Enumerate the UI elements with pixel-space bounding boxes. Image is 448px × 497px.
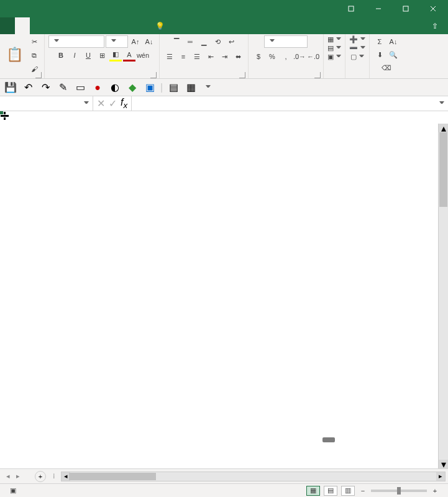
name-box[interactable]: [0, 96, 93, 111]
copy-button[interactable]: ⧉: [28, 49, 40, 62]
page-layout-view-button[interactable]: ▤: [324, 486, 337, 496]
scroll-down-button[interactable]: ▾: [439, 460, 448, 468]
increase-font-button[interactable]: A↑: [129, 35, 142, 48]
phonetic-button[interactable]: wén: [137, 49, 149, 62]
tab-scroll-split[interactable]: ⁞: [50, 472, 58, 481]
align-bottom-button[interactable]: ▁: [198, 35, 210, 48]
tab-pagelayout[interactable]: [75, 17, 89, 34]
align-right-button[interactable]: ☰: [191, 50, 203, 63]
scroll-up-button[interactable]: ▴: [439, 124, 448, 132]
qat-btn-7[interactable]: ▤: [167, 81, 180, 94]
close-button[interactable]: [421, 0, 446, 17]
align-top-button[interactable]: ▔: [170, 35, 183, 48]
cut-button[interactable]: ✂: [28, 35, 40, 48]
zoom-in-button[interactable]: +: [431, 486, 439, 495]
merge-button[interactable]: ⬌: [232, 50, 244, 63]
border-button[interactable]: ⊞: [96, 49, 108, 62]
formula-input[interactable]: [132, 96, 436, 111]
first-sheet-button[interactable]: ◂: [4, 472, 12, 481]
align-dialog-launcher[interactable]: [239, 72, 245, 78]
zoom-out-button[interactable]: −: [359, 486, 367, 495]
zoom-thumb[interactable]: [397, 487, 401, 495]
undo-button[interactable]: ↶: [21, 81, 35, 94]
paste-button[interactable]: 📋: [4, 45, 25, 65]
qat-btn-2[interactable]: ▭: [73, 81, 87, 94]
find-select-button[interactable]: 🔍: [387, 48, 400, 61]
underline-button[interactable]: U: [82, 49, 94, 62]
increase-decimal-button[interactable]: .0→: [293, 50, 306, 63]
fill-button[interactable]: ⬇: [373, 48, 386, 61]
comma-button[interactable]: ,: [280, 50, 292, 63]
tab-view[interactable]: [104, 17, 119, 34]
scroll-right-button[interactable]: ▸: [436, 472, 445, 481]
minimize-button[interactable]: [366, 0, 391, 17]
qat-customize[interactable]: [201, 81, 215, 94]
tab-insert[interactable]: [30, 17, 45, 34]
font-name-select[interactable]: [48, 35, 104, 48]
normal-view-button[interactable]: ▦: [306, 486, 320, 496]
tab-help[interactable]: [134, 17, 149, 34]
fill-handle[interactable]: [0, 111, 4, 115]
horizontal-scrollbar[interactable]: ◂ ▸: [61, 472, 446, 481]
insert-cells-button[interactable]: ➕: [349, 35, 365, 43]
ribbon-options-icon[interactable]: [339, 0, 363, 17]
tab-home[interactable]: [15, 17, 30, 34]
conditional-format-button[interactable]: ▦: [327, 35, 341, 43]
font-dialog-launcher[interactable]: [150, 72, 157, 78]
align-left-button[interactable]: ☰: [163, 50, 176, 63]
fill-color-button[interactable]: ◧: [109, 49, 122, 62]
tab-review[interactable]: [89, 17, 104, 34]
fx-button[interactable]: fx: [121, 97, 127, 110]
hscroll-thumb[interactable]: [69, 473, 156, 480]
font-color-button[interactable]: A: [123, 49, 135, 62]
tab-developer[interactable]: [119, 17, 134, 34]
align-middle-button[interactable]: ═: [184, 35, 196, 48]
page-break-view-button[interactable]: ▥: [341, 486, 355, 496]
percent-button[interactable]: %: [266, 50, 278, 63]
tab-file[interactable]: [0, 17, 15, 34]
decrease-indent-button[interactable]: ⇤: [204, 50, 217, 63]
decrease-decimal-button[interactable]: ←.0: [307, 50, 319, 63]
spreadsheet-grid[interactable]: ▴ ▾: [0, 111, 448, 468]
qat-btn-1[interactable]: ✎: [56, 81, 70, 94]
wrap-text-button[interactable]: ↩: [225, 35, 237, 48]
new-sheet-button[interactable]: +: [35, 471, 46, 482]
delete-cells-button[interactable]: ➖: [349, 44, 365, 52]
tab-formulas[interactable]: [45, 17, 60, 34]
tell-me[interactable]: 💡: [149, 17, 173, 34]
expand-formula-bar[interactable]: [436, 96, 448, 111]
autosum-button[interactable]: Σ: [373, 35, 386, 48]
align-center-button[interactable]: ≡: [177, 50, 190, 63]
font-size-select[interactable]: [106, 35, 128, 48]
clipboard-dialog-launcher[interactable]: [35, 72, 42, 78]
qat-btn-4[interactable]: ◐: [108, 81, 122, 94]
accounting-button[interactable]: $: [252, 50, 265, 63]
qat-btn-6[interactable]: ▣: [143, 81, 157, 94]
macro-record-icon[interactable]: ▣: [10, 486, 16, 495]
qat-btn-8[interactable]: ▦: [184, 81, 198, 94]
save-button[interactable]: 💾: [4, 81, 17, 94]
zoom-slider[interactable]: [371, 490, 427, 492]
number-dialog-launcher[interactable]: [314, 72, 321, 78]
maximize-button[interactable]: [393, 0, 418, 17]
format-table-button[interactable]: ▤: [327, 44, 341, 52]
vertical-scrollbar[interactable]: ▴ ▾: [438, 124, 448, 468]
redo-button[interactable]: ↷: [39, 81, 52, 94]
bold-button[interactable]: B: [55, 49, 67, 62]
vscroll-thumb[interactable]: [439, 132, 447, 207]
increase-indent-button[interactable]: ⇥: [218, 50, 231, 63]
enter-formula-button[interactable]: ✓: [109, 98, 117, 109]
cell-styles-button[interactable]: ▣: [327, 53, 341, 61]
qat-btn-5[interactable]: ◆: [126, 81, 139, 94]
qat-btn-3[interactable]: ●: [91, 81, 104, 94]
orientation-button[interactable]: ⟲: [211, 35, 224, 48]
next-sheet-button[interactable]: ▸: [14, 472, 22, 481]
sort-filter-button[interactable]: A↓: [387, 35, 400, 48]
italic-button[interactable]: I: [68, 49, 81, 62]
cancel-formula-button[interactable]: ✕: [97, 98, 105, 109]
format-cells-button[interactable]: ▢: [350, 53, 364, 61]
tab-data[interactable]: [60, 17, 75, 34]
clear-button[interactable]: ⌫: [380, 62, 393, 74]
decrease-font-button[interactable]: A↓: [143, 35, 155, 48]
share-button[interactable]: ⇪: [424, 17, 448, 34]
